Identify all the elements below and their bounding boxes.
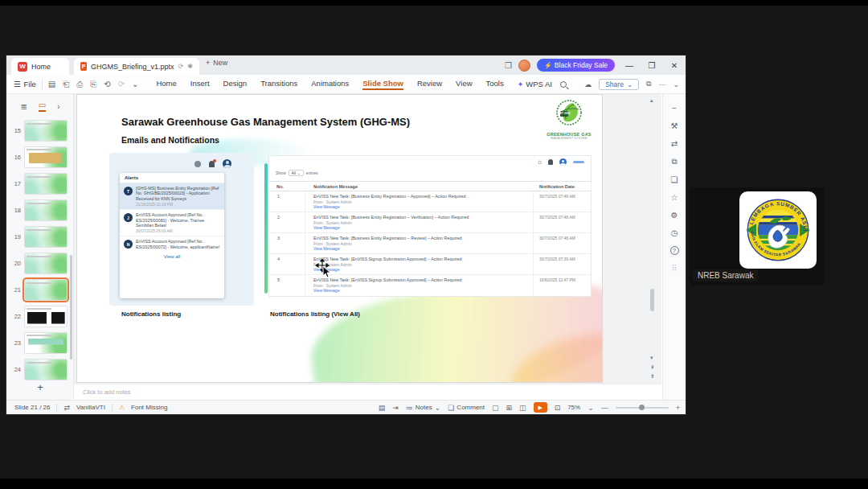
slide-scrollbar[interactable]: ▴ ▾ ⇞ ⇟ xyxy=(646,96,659,382)
document-tab[interactable]: P GHGMS_Briefing_v1.pptx ⟳ ✱ xyxy=(74,58,199,75)
previous-slide-icon[interactable]: ⇞ xyxy=(650,364,655,371)
slide-21-content[interactable]: Sarawak Greenhouse Gas Management System… xyxy=(76,94,603,383)
redo-icon[interactable]: ⟳ xyxy=(118,80,125,89)
tab-wps-ai[interactable]: ✦ WPS AI xyxy=(518,79,552,90)
alerts-dropdown: Alerts T [GHG-MS] Business Entity Regist… xyxy=(120,173,224,298)
comment-icon: ❏ xyxy=(448,404,454,412)
tab-view[interactable]: View xyxy=(456,79,472,90)
collapse-ribbon-icon[interactable]: ⌄ xyxy=(673,80,679,88)
chevron-down-icon: ⌄ xyxy=(627,80,633,88)
slide-thumb-17[interactable]: 17 xyxy=(6,171,74,195)
next-slide-icon[interactable]: ⇟ xyxy=(650,373,655,380)
window-layout-icon[interactable]: ❐ xyxy=(505,61,512,70)
zoom-level[interactable]: 75% xyxy=(567,404,580,411)
output-icon[interactable]: ⎗ xyxy=(63,80,69,89)
scroll-down-icon[interactable]: ▾ xyxy=(650,355,653,361)
table-row: 2 EnVISS New Task: [Business Entity Regi… xyxy=(269,212,591,233)
pptx-file-icon: P xyxy=(80,62,87,71)
tab-review[interactable]: Review xyxy=(417,79,442,90)
comment-toggle[interactable]: ❏ Comment xyxy=(448,404,485,412)
zoom-in-icon[interactable]: + xyxy=(676,404,680,412)
slide-view-icon[interactable]: ▭ xyxy=(39,101,46,112)
font-missing-warning[interactable]: Font Missing xyxy=(131,404,167,411)
favorites-icon[interactable]: ☆ xyxy=(671,193,678,202)
thumbnail-image xyxy=(24,120,68,142)
undo-icon[interactable]: ⟲ xyxy=(104,80,110,89)
ribbon-panel-icon[interactable]: ⧉ xyxy=(646,80,651,88)
slide-thumb-22[interactable]: 22 xyxy=(6,304,74,328)
tab-animations[interactable]: Animations xyxy=(311,79,349,90)
add-slide-button[interactable]: + xyxy=(6,381,74,393)
tab-design[interactable]: Design xyxy=(223,79,248,90)
history-icon[interactable]: ◷ xyxy=(671,228,678,237)
reading-view-icon[interactable]: ◫ xyxy=(519,404,526,412)
notes-toggle[interactable]: ≔ Notes ⌄ xyxy=(406,404,440,412)
expand-panel-icon[interactable]: › xyxy=(57,102,59,111)
slide-thumb-24[interactable]: 24 xyxy=(6,357,74,381)
minimize-button[interactable]: — xyxy=(621,61,637,70)
zoom-slider[interactable] xyxy=(616,407,669,409)
more-icon[interactable]: ··· xyxy=(658,80,665,88)
nreb-logo: LEMBAGA SUMBER ASLI DAN ALAM SEKITAR SAR… xyxy=(739,191,817,269)
print-preview-icon[interactable]: ⎘ xyxy=(90,80,96,89)
slide-thumb-21-selected[interactable]: 21 xyxy=(6,277,74,302)
tools-icon[interactable]: ⚒ xyxy=(671,121,678,130)
theme-name[interactable]: VanillaVTI xyxy=(76,404,105,411)
home-tab-label: Home xyxy=(31,63,51,71)
save-icon[interactable]: ▤ xyxy=(48,80,55,89)
collapse-icon[interactable]: − xyxy=(672,104,677,113)
fit-screen-icon[interactable]: ⊡ xyxy=(555,404,561,412)
close-button[interactable]: ✕ xyxy=(666,61,682,70)
tab-tools[interactable]: Tools xyxy=(486,79,504,90)
help-icon[interactable]: ? xyxy=(670,246,679,255)
note-page-icon[interactable]: ▤ xyxy=(379,404,386,412)
ghg-ms-logo: NET 2050 GREENHOUSE GAS MANAGEMENT SYSTE… xyxy=(544,98,594,140)
tab-home[interactable]: Home xyxy=(156,79,176,90)
restore-button[interactable]: ❐ xyxy=(644,61,660,70)
tab-slide-show[interactable]: Slide Show xyxy=(362,79,403,90)
promo-button[interactable]: ⚡ Black Friday Sale xyxy=(537,59,615,72)
thumbnail-image xyxy=(24,279,68,301)
slide-thumb-16[interactable]: 16 xyxy=(6,145,74,169)
view-message-link: View Message xyxy=(313,288,524,294)
slide-sorter-icon[interactable]: ⊞ xyxy=(506,404,513,412)
notes-area[interactable]: Click to add notes xyxy=(74,384,661,400)
search-icon[interactable] xyxy=(560,81,567,88)
thumbnail-image xyxy=(24,332,68,354)
slide-thumb-23[interactable]: 23 xyxy=(6,331,74,355)
shapes-icon[interactable]: ⧉ xyxy=(671,157,677,166)
account-avatar[interactable] xyxy=(518,60,530,72)
nreb-logo-icon: LEMBAGA SUMBER ASLI DAN ALAM SEKITAR SAR… xyxy=(742,194,814,266)
outline-view-icon[interactable]: ≣ xyxy=(20,102,27,111)
slide-thumb-20[interactable]: 20 xyxy=(6,251,74,275)
comment-icon[interactable]: ❏ xyxy=(671,175,678,184)
participant-video-tile[interactable]: LEMBAGA SUMBER ASLI DAN ALAM SEKITAR SAR… xyxy=(690,187,825,286)
zoom-out-icon[interactable]: — xyxy=(601,404,608,412)
share-button[interactable]: Share ⌄ xyxy=(599,79,639,90)
mouse-cursor xyxy=(315,259,333,278)
home-tab[interactable]: W Home xyxy=(11,58,69,75)
scrollbar-thumb[interactable] xyxy=(650,289,654,311)
cloud-sync-icon[interactable]: ☁ xyxy=(584,80,592,88)
panel-scrollbar[interactable] xyxy=(70,255,72,360)
settings-icon[interactable]: ⚙ xyxy=(671,211,678,220)
tab-insert[interactable]: Insert xyxy=(190,79,210,90)
view-message-link: View Message xyxy=(313,225,524,231)
print-icon[interactable]: ⎙ xyxy=(76,80,83,89)
new-tab-button[interactable]: + New xyxy=(206,59,227,67)
jump-to-icon[interactable]: ⇥ xyxy=(392,404,399,412)
slide-thumb-19[interactable]: 19 xyxy=(6,224,74,249)
slide-thumb-15[interactable]: 15 xyxy=(6,118,74,142)
alert-item: N EnVISS Account Approved [Ref No. ES/20… xyxy=(120,236,224,252)
quickbar-more-icon[interactable]: ⌄ xyxy=(132,80,138,89)
file-menu[interactable]: ☰ File xyxy=(14,80,36,88)
normal-view-icon[interactable]: ▢ xyxy=(492,404,499,412)
slide-thumb-18[interactable]: 18 xyxy=(6,198,74,222)
apps-grid-icon[interactable]: ⠿ xyxy=(671,264,677,273)
translate-icon[interactable]: ⇄ xyxy=(671,139,678,148)
tab-transitions[interactable]: Transitions xyxy=(260,79,297,90)
menu-bar: ☰ File ▤ ⎗ ⎙ ⎘ ⟲ ⟳ ⌄ Home Insert Design … xyxy=(6,75,686,94)
slideshow-play-button[interactable]: ▶ xyxy=(534,402,547,413)
scroll-up-icon[interactable]: ▴ xyxy=(650,97,653,104)
zoom-menu-icon[interactable]: ⌄ xyxy=(588,404,594,412)
